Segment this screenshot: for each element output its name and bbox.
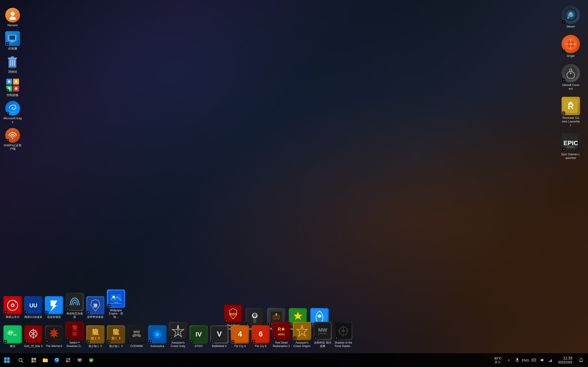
svg-rect-141: [550, 360, 551, 362]
icon-epic[interactable]: EPIC GAMES ↗ Epic Games Launcher: [561, 132, 581, 161]
weather-widget[interactable]: 30°C 多云: [492, 355, 504, 365]
svg-rect-119: [34, 358, 36, 360]
svg-point-71: [11, 332, 12, 333]
svg-rect-120: [32, 360, 34, 362]
svg-point-94: [156, 333, 159, 336]
network-icon[interactable]: [547, 355, 554, 365]
store-icon: [66, 358, 71, 363]
icon-uu-acc[interactable]: UU ↗ 网易UU加速器: [23, 295, 44, 319]
svg-text:游: 游: [93, 303, 98, 308]
svg-point-53: [12, 304, 14, 306]
svg-rect-125: [66, 360, 68, 362]
svg-rect-134: [533, 359, 534, 360]
shortcut-arrow: ↗: [45, 311, 48, 314]
svg-point-70: [9, 332, 10, 333]
icon-farcry6[interactable]: 6 ↗ Far Cry 6: [250, 324, 271, 349]
messaging-icon: [77, 358, 82, 363]
svg-text:隻: 隻: [72, 324, 78, 331]
svg-rect-124: [69, 358, 70, 360]
svg-rect-140: [549, 361, 549, 362]
shortcut-arrow: ↗: [252, 340, 255, 343]
icon-mypc[interactable]: ↗ 此电脑: [2, 30, 23, 51]
svg-point-19: [15, 87, 17, 90]
shortcut-arrow: ↗: [6, 139, 9, 142]
store-button[interactable]: [63, 355, 73, 365]
icon-wechat[interactable]: ↗ 微信: [2, 324, 23, 349]
icon-witcher3[interactable]: ↗ The Witcher3: [44, 324, 64, 349]
svg-text:龍: 龍: [92, 328, 99, 336]
lang-indicator[interactable]: ENG: [522, 355, 529, 365]
system-clock[interactable]: 11:33 2022/10/2: [556, 355, 574, 365]
security-button[interactable]: [86, 355, 96, 365]
svg-rect-123: [66, 358, 68, 360]
svg-point-1: [9, 17, 16, 20]
icon-qiyou-acc[interactable]: ↗ 奇游电竞加速器: [64, 292, 85, 319]
icon-shadow-tomb-raider[interactable]: ↗ Shadow of the Tomb Raider...: [333, 321, 354, 349]
search-button[interactable]: [14, 353, 27, 367]
shortcut-arrow: ↗: [107, 304, 111, 307]
icon-nioh2[interactable]: 龍 如く 3 ↗ 龍が如く 3: [106, 324, 126, 349]
icon-rockstar[interactable]: R ↗ Rockstar Games Launcher: [561, 96, 581, 128]
shortcut-arrow: ↗: [190, 340, 193, 343]
svg-text:6: 6: [259, 330, 263, 338]
icon-godofwar4[interactable]: ↗ God_Of_War 4: [23, 324, 44, 349]
icon-steam[interactable]: ↗ Steam: [561, 5, 581, 29]
icon-farcry4[interactable]: 4 ↗ Far Cry 4: [230, 324, 250, 349]
svg-rect-138: [533, 360, 535, 361]
edge-taskbar-button[interactable]: [52, 355, 62, 365]
taskview-button[interactable]: [28, 355, 39, 365]
svg-text:R★: R★: [278, 327, 285, 332]
notification-expand[interactable]: ∧: [506, 358, 511, 362]
icon-ac-origins[interactable]: ↗ Assassin's Creed Origins: [292, 321, 312, 349]
file-explorer-button[interactable]: [40, 355, 51, 365]
icon-origin[interactable]: ↗ Origin: [561, 34, 581, 59]
icon-gwifi[interactable]: ↗ GiWiFi认证客户端: [2, 127, 23, 152]
icon-assassin-unity[interactable]: ↗ Assassin's Creed Unity: [168, 321, 188, 349]
svg-rect-133: [532, 359, 533, 360]
taskview-icon: [31, 358, 36, 363]
icon-ubisoft[interactable]: ↗ Ubisoft Connect: [561, 63, 581, 91]
icon-edge[interactable]: ↗ Microsoft Edge: [2, 100, 23, 125]
icon-nanase[interactable]: Nanase: [2, 7, 23, 28]
svg-text:MW: MW: [318, 327, 327, 333]
shortcut-arrow: ↗: [562, 111, 565, 115]
notification-center-button[interactable]: [577, 355, 586, 365]
folder-icon: [43, 358, 48, 363]
taskbar: 30°C 多云 ∧ ENG: [0, 353, 588, 367]
microphone-icon[interactable]: [514, 355, 521, 365]
icon-xunlei-acc[interactable]: ↗ 迅游加速器: [44, 295, 64, 319]
shield-icon: [89, 358, 94, 363]
shortcut-arrow: ↗: [562, 79, 565, 82]
svg-text:RDR2: RDR2: [278, 333, 285, 336]
icon-gtaiv[interactable]: IV ↗ GTAIV: [188, 324, 209, 349]
icon-control-panel[interactable]: ↗ 控制面板: [2, 77, 23, 98]
shortcut-arrow: ↗: [562, 148, 565, 151]
icon-rdr2[interactable]: R★ RDR2 ↗ Red Dead Redemption 2: [271, 321, 292, 349]
volume-icon[interactable]: [538, 355, 546, 365]
shortcut-arrow: ↗: [6, 42, 9, 45]
shortcut-arrow: ↗: [25, 311, 28, 314]
keyboard-icon[interactable]: [530, 355, 537, 365]
svg-text:EPIC: EPIC: [564, 140, 578, 147]
svg-point-30: [570, 73, 571, 74]
icon-nioh[interactable]: 龍 如く 0 ↗ 龍が如く 0: [85, 324, 106, 349]
icon-sekiro[interactable]: 隻 狼 ↗ Sekiro™ Shadows D...: [64, 321, 85, 349]
svg-text:GAMES: GAMES: [567, 146, 575, 148]
icon-netease-music[interactable]: ↗ 网易云音乐: [2, 295, 23, 319]
shortcut-arrow: ↗: [107, 340, 111, 343]
shortcut-arrow: ↗: [128, 340, 131, 343]
shortcut-arrow: ↗: [169, 336, 173, 340]
icon-youji-acc[interactable]: 游 ↗ 游帮帮加速器: [85, 295, 106, 319]
start-button[interactable]: [0, 353, 14, 367]
shortcut-arrow: ↗: [4, 311, 7, 314]
icon-battlefield-v[interactable]: V ↗ Battlefield V: [209, 324, 230, 349]
icon-recycle[interactable]: 回收站: [2, 53, 23, 75]
desktop: Nanase ↗ 此电脑: [0, 0, 588, 367]
icon-cod4mw[interactable]: MW ↗ COD4MW: [126, 324, 147, 349]
shortcut-arrow: ↗: [293, 336, 296, 340]
icon-subnautica[interactable]: ↗ Subnautica: [147, 324, 168, 349]
icon-wallpaper-engine[interactable]: ↗ Wallpaper Engine：壁纸...: [106, 289, 126, 319]
shortcut-arrow: ↗: [149, 340, 152, 343]
messaging-button[interactable]: [74, 355, 85, 365]
icon-modern-warfare[interactable]: MW ↗ 决胜时刻 现代战事: [312, 321, 333, 349]
